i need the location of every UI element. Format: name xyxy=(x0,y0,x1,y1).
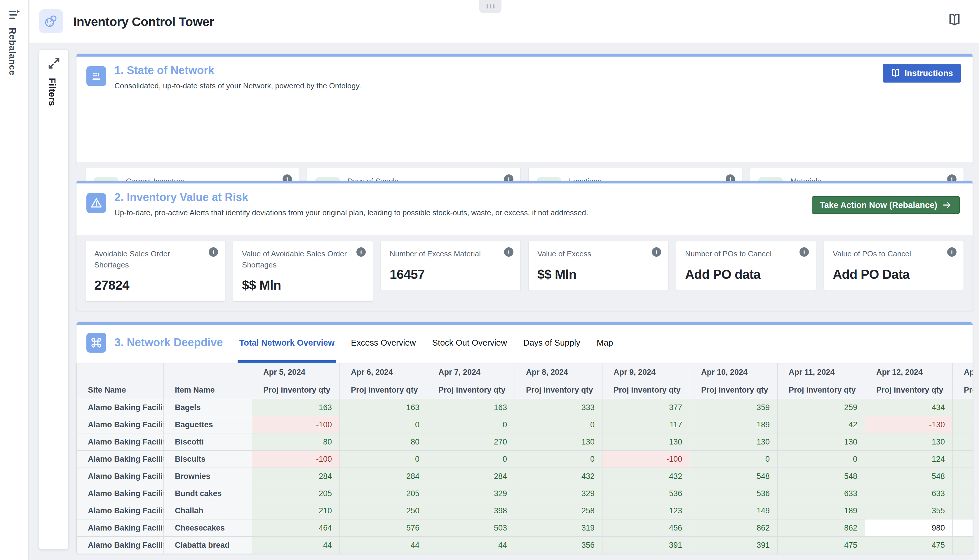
proj-inventory-qty-cell[interactable]: 356 xyxy=(515,537,603,554)
proj-inventory-qty-cell[interactable]: 0 xyxy=(515,451,603,468)
item-name-cell[interactable]: Biscotti xyxy=(164,433,252,451)
proj-inventory-qty-header[interactable]: Proj inventory qty xyxy=(778,381,865,399)
proj-inventory-qty-header[interactable]: Proj inventory qty xyxy=(953,381,973,399)
proj-inventory-qty-cell[interactable]: 258 xyxy=(515,502,603,520)
proj-inventory-qty-cell-partial[interactable] xyxy=(953,451,973,468)
proj-inventory-qty-cell[interactable]: 548 xyxy=(690,468,778,485)
date-column-header[interactable]: Apr 12, 2024 xyxy=(865,363,953,381)
proj-inventory-qty-cell[interactable]: 284 xyxy=(427,468,515,485)
proj-inventory-qty-cell[interactable]: 80 xyxy=(252,433,340,451)
proj-inventory-qty-cell[interactable]: -100 xyxy=(252,416,340,433)
proj-inventory-qty-cell[interactable]: 0 xyxy=(515,416,603,433)
item-name-cell[interactable]: Bundt cakes xyxy=(164,485,252,502)
proj-inventory-qty-cell[interactable]: 432 xyxy=(603,468,690,485)
info-icon[interactable]: i xyxy=(800,247,809,257)
proj-inventory-qty-cell-partial[interactable] xyxy=(953,433,973,451)
proj-inventory-qty-cell[interactable]: 259 xyxy=(778,399,865,416)
proj-inventory-qty-cell[interactable]: 44 xyxy=(340,537,427,554)
proj-inventory-qty-cell[interactable]: 163 xyxy=(427,399,515,416)
tab-total-network-overview[interactable]: Total Network Overview xyxy=(239,322,335,363)
widget-handle-button[interactable] xyxy=(479,0,501,13)
proj-inventory-qty-header[interactable]: Proj inventory qty xyxy=(690,381,778,399)
proj-inventory-qty-cell[interactable]: 980 xyxy=(865,520,953,537)
proj-inventory-qty-cell[interactable]: 333 xyxy=(515,399,603,416)
proj-inventory-qty-cell[interactable]: 0 xyxy=(427,416,515,433)
proj-inventory-qty-cell[interactable]: 456 xyxy=(603,520,690,537)
item-name-cell[interactable]: Challah xyxy=(164,502,252,520)
proj-inventory-qty-cell[interactable]: 434 xyxy=(865,399,953,416)
date-column-header[interactable]: Apr 10, 2024 xyxy=(690,363,778,381)
proj-inventory-qty-cell[interactable]: 0 xyxy=(778,451,865,468)
proj-inventory-qty-cell-partial[interactable] xyxy=(953,520,973,537)
proj-inventory-qty-cell[interactable]: 124 xyxy=(865,451,953,468)
info-icon[interactable]: i xyxy=(356,247,366,257)
tab-days-of-supply[interactable]: Days of Supply xyxy=(523,322,580,363)
proj-inventory-qty-cell[interactable]: 475 xyxy=(778,537,865,554)
proj-inventory-qty-cell-partial[interactable] xyxy=(953,537,973,554)
proj-inventory-qty-cell[interactable]: 250 xyxy=(340,502,427,520)
proj-inventory-qty-cell[interactable]: 80 xyxy=(340,433,427,451)
date-column-header[interactable]: Apr 9, 2024 xyxy=(603,363,690,381)
proj-inventory-qty-cell[interactable]: 149 xyxy=(690,502,778,520)
proj-inventory-qty-cell[interactable]: 117 xyxy=(603,416,690,433)
proj-inventory-qty-cell-partial[interactable] xyxy=(953,502,973,520)
site-name-cell[interactable]: Alamo Baking Facility xyxy=(77,433,164,451)
take-action-button[interactable]: Take Action Now (Rebalance) xyxy=(812,196,960,214)
site-name-cell[interactable]: Alamo Baking Facility xyxy=(77,485,164,502)
proj-inventory-qty-header[interactable]: Proj inventory qty xyxy=(515,381,603,399)
item-name-cell[interactable]: Brownies xyxy=(164,468,252,485)
proj-inventory-qty-cell[interactable]: 284 xyxy=(252,468,340,485)
proj-inventory-qty-cell-partial[interactable] xyxy=(953,485,973,502)
proj-inventory-qty-cell[interactable]: 548 xyxy=(778,468,865,485)
proj-inventory-qty-cell[interactable]: 536 xyxy=(603,485,690,502)
tab-stock-out-overview[interactable]: Stock Out Overview xyxy=(432,322,507,363)
site-name-cell[interactable]: Alamo Baking Facility xyxy=(77,520,164,537)
proj-inventory-qty-cell[interactable]: 359 xyxy=(690,399,778,416)
proj-inventory-qty-cell[interactable]: 44 xyxy=(427,537,515,554)
expand-arrows-icon[interactable] xyxy=(47,56,61,70)
proj-inventory-qty-cell[interactable]: 130 xyxy=(690,433,778,451)
instructions-button[interactable]: Instructions xyxy=(883,64,961,83)
proj-inventory-qty-cell[interactable]: -100 xyxy=(252,451,340,468)
proj-inventory-qty-cell[interactable]: 633 xyxy=(778,485,865,502)
date-column-header[interactable]: Apr 13, 2024 xyxy=(953,363,973,381)
proj-inventory-qty-cell[interactable]: 633 xyxy=(865,485,953,502)
proj-inventory-qty-cell[interactable]: 210 xyxy=(252,502,340,520)
proj-inventory-qty-header[interactable]: Proj inventory qty xyxy=(427,381,515,399)
proj-inventory-qty-cell[interactable]: 391 xyxy=(690,537,778,554)
proj-inventory-qty-cell[interactable]: 42 xyxy=(778,416,865,433)
proj-inventory-qty-cell[interactable]: 329 xyxy=(515,485,603,502)
proj-inventory-qty-cell[interactable]: 205 xyxy=(340,485,427,502)
proj-inventory-qty-cell[interactable]: 44 xyxy=(252,537,340,554)
proj-inventory-qty-cell[interactable]: 123 xyxy=(603,502,690,520)
proj-inventory-qty-header[interactable]: Proj inventory qty xyxy=(340,381,427,399)
site-name-header[interactable]: Site Name xyxy=(77,381,164,399)
site-name-cell[interactable]: Alamo Baking Facility xyxy=(77,537,164,554)
proj-inventory-qty-cell[interactable]: 189 xyxy=(778,502,865,520)
proj-inventory-qty-cell[interactable]: 205 xyxy=(252,485,340,502)
proj-inventory-qty-cell[interactable]: 130 xyxy=(865,433,953,451)
item-name-cell[interactable]: Cheesecakes xyxy=(164,520,252,537)
info-icon[interactable]: i xyxy=(504,247,513,257)
proj-inventory-qty-cell[interactable]: 432 xyxy=(515,468,603,485)
proj-inventory-qty-header[interactable]: Proj inventory qty xyxy=(865,381,953,399)
proj-inventory-qty-cell[interactable]: 284 xyxy=(340,468,427,485)
date-column-header[interactable]: Apr 11, 2024 xyxy=(778,363,865,381)
proj-inventory-qty-cell-partial[interactable] xyxy=(953,399,973,416)
tab-map[interactable]: Map xyxy=(596,322,613,363)
proj-inventory-qty-cell[interactable]: 377 xyxy=(603,399,690,416)
documentation-book-icon[interactable] xyxy=(947,12,962,27)
proj-inventory-qty-cell-partial[interactable] xyxy=(953,468,973,485)
proj-inventory-qty-cell[interactable]: 355 xyxy=(865,502,953,520)
info-icon[interactable]: i xyxy=(652,247,661,257)
proj-inventory-qty-header[interactable]: Proj inventory qty xyxy=(252,381,340,399)
proj-inventory-qty-cell[interactable]: 862 xyxy=(778,520,865,537)
collapse-menu-icon[interactable] xyxy=(8,8,22,22)
info-icon[interactable]: i xyxy=(209,247,218,257)
proj-inventory-qty-cell[interactable]: 576 xyxy=(340,520,427,537)
proj-inventory-qty-cell[interactable]: 270 xyxy=(427,433,515,451)
site-name-cell[interactable]: Alamo Baking Facility xyxy=(77,416,164,433)
item-name-cell[interactable]: Ciabatta bread xyxy=(164,537,252,554)
proj-inventory-qty-cell[interactable]: 130 xyxy=(603,433,690,451)
date-column-header[interactable]: Apr 7, 2024 xyxy=(427,363,515,381)
